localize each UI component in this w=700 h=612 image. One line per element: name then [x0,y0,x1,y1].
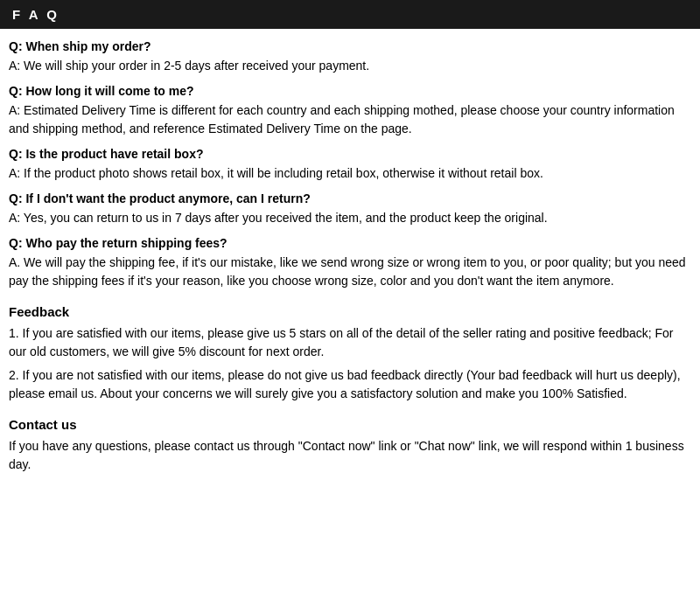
feedback-items: 1. If you are satisfied with our items, … [9,324,691,403]
faq-title: F A Q [12,7,60,22]
question-4: Q: Who pay the return shipping fees? [9,236,691,250]
answer-1: A: Estimated Delivery Time is different … [9,101,691,138]
question-2: Q: Is the product have retail box? [9,147,691,161]
feedback-item-0: 1. If you are satisfied with our items, … [9,324,691,361]
qa-block-2: Q: Is the product have retail box?A: If … [9,147,691,183]
question-3: Q: If I don't want the product anymore, … [9,191,691,205]
faq-list: Q: When ship my order?A: We will ship yo… [9,39,691,290]
qa-block-4: Q: Who pay the return shipping fees?A. W… [9,236,691,290]
qa-block-3: Q: If I don't want the product anymore, … [9,191,691,227]
faq-header: F A Q [0,0,700,29]
answer-2: A: If the product photo shows retail box… [9,164,691,183]
contact-text: If you have any questions, please contac… [9,437,691,474]
feedback-section: Feedback 1. If you are satisfied with ou… [9,304,691,403]
feedback-item-1: 2. If you are not satisfied with our ite… [9,366,691,403]
qa-block-0: Q: When ship my order?A: We will ship yo… [9,39,691,75]
answer-4: A. We will pay the shipping fee, if it's… [9,254,691,290]
contact-title: Contact us [9,417,691,432]
question-0: Q: When ship my order? [9,39,691,53]
question-1: Q: How long it will come to me? [9,84,691,98]
contact-section: Contact us If you have any questions, pl… [9,417,691,474]
content-area: Q: When ship my order?A: We will ship yo… [0,39,700,483]
feedback-title: Feedback [9,304,691,319]
answer-0: A: We will ship your order in 2-5 days a… [9,57,691,75]
qa-block-1: Q: How long it will come to me?A: Estima… [9,84,691,138]
answer-3: A: Yes, you can return to us in 7 days a… [9,209,691,227]
